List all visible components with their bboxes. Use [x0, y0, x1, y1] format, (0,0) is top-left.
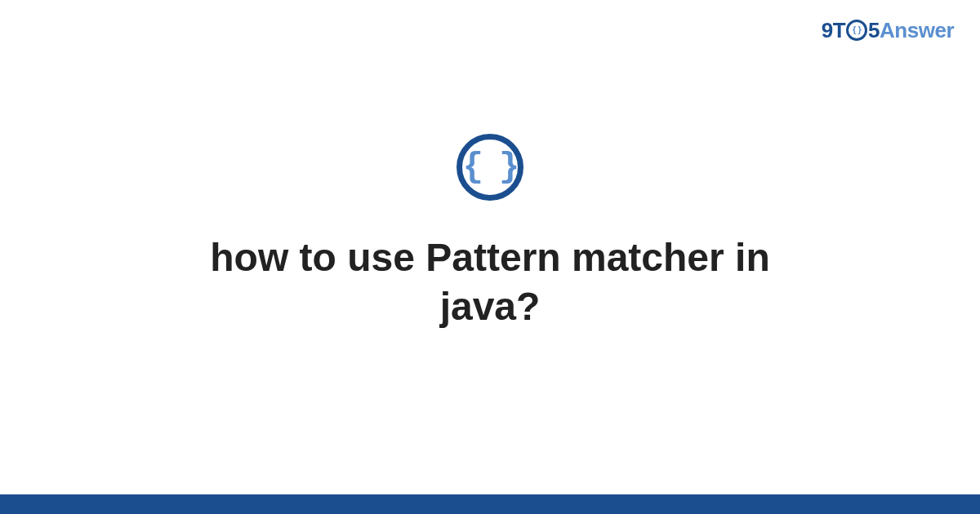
main-content: { } how to use Pattern matcher in java? [0, 0, 980, 514]
question-title: how to use Pattern matcher in java? [122, 233, 858, 331]
braces-glyph: { } [463, 150, 518, 184]
code-braces-icon: { } [457, 134, 523, 201]
footer-bar [0, 494, 980, 514]
